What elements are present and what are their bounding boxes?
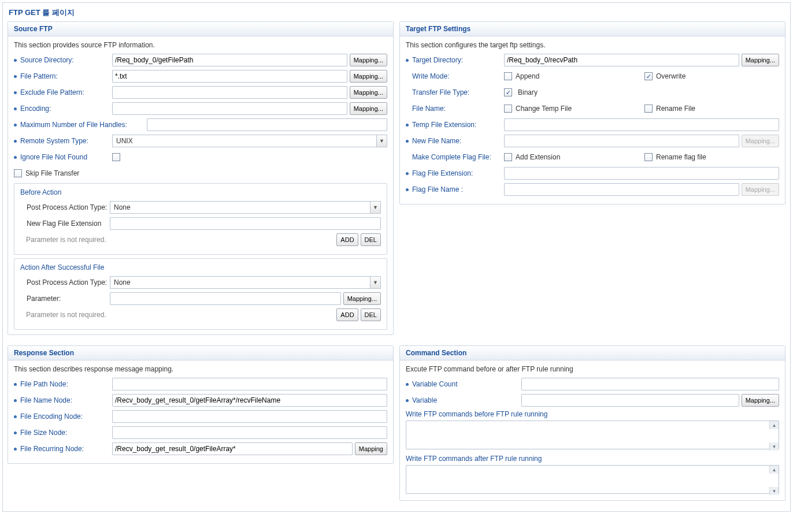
append-label: Append bbox=[516, 72, 539, 80]
max-handles-input[interactable] bbox=[147, 118, 387, 131]
response-title: Response Section bbox=[8, 346, 393, 360]
remote-system-type-select[interactable]: UNIX ▼ bbox=[112, 135, 387, 147]
top-columns: Source FTP This section provides source … bbox=[3, 21, 790, 345]
after-add-button[interactable]: ADD bbox=[336, 308, 358, 321]
file-name-node-input[interactable] bbox=[112, 394, 387, 407]
source-ftp-panel: Source FTP This section provides source … bbox=[8, 21, 394, 335]
bullet-icon bbox=[14, 91, 17, 94]
variable-mapping-button[interactable]: Mapping... bbox=[742, 394, 779, 407]
binary-checkbox[interactable]: ✓ bbox=[504, 88, 512, 96]
file-pattern-label: File Pattern: bbox=[20, 72, 58, 80]
before-postprocess-value: None bbox=[110, 202, 370, 213]
after-parameter-label: Parameter: bbox=[27, 295, 61, 303]
after-postprocess-value: None bbox=[110, 277, 370, 288]
change-temp-checkbox[interactable] bbox=[504, 105, 512, 113]
before-flag-ext-input[interactable] bbox=[110, 217, 381, 230]
bullet-icon bbox=[14, 156, 17, 159]
command-desc: Excute FTP command before or after FTP r… bbox=[406, 365, 779, 373]
after-param-note: Parameter is not required. bbox=[20, 311, 334, 319]
after-action-panel: Action After Successful File Post Proces… bbox=[14, 258, 387, 330]
bullet-icon bbox=[406, 59, 409, 62]
new-file-name-label: New File Name: bbox=[412, 137, 461, 145]
before-postprocess-select[interactable]: None ▼ bbox=[110, 201, 381, 214]
add-extension-label: Add Extension bbox=[516, 153, 560, 161]
overwrite-checkbox[interactable]: ✓ bbox=[644, 72, 653, 80]
variable-input[interactable] bbox=[521, 394, 739, 407]
max-handles-label: Maximum Number of File Handles: bbox=[20, 121, 127, 129]
command-panel: Command Section Excute FTP command befor… bbox=[399, 345, 785, 501]
chevron-down-icon: ▼ bbox=[370, 277, 380, 288]
after-parameter-input[interactable] bbox=[110, 292, 341, 305]
commands-after-textarea[interactable] bbox=[406, 465, 779, 494]
exclude-pattern-label: Exclude File Pattern: bbox=[20, 88, 84, 96]
variable-count-label: Variable Count bbox=[412, 380, 458, 388]
source-directory-label: Source Directory: bbox=[20, 56, 74, 64]
after-parameter-mapping-button[interactable]: Mapping... bbox=[343, 292, 381, 305]
flag-name-mapping-button: Mapping... bbox=[742, 183, 779, 196]
bullet-icon bbox=[14, 415, 17, 418]
commands-before-textarea[interactable] bbox=[406, 421, 779, 449]
bullet-icon bbox=[406, 399, 409, 402]
rename-file-label: Rename File bbox=[656, 105, 695, 113]
rename-file-checkbox[interactable] bbox=[644, 105, 653, 113]
bullet-icon bbox=[14, 399, 17, 402]
source-ftp-desc: This section provides source FTP informa… bbox=[14, 41, 387, 49]
add-extension-checkbox[interactable] bbox=[504, 153, 512, 161]
flag-name-label: Flag File Name : bbox=[412, 185, 463, 194]
target-ftp-panel: Target FTP Settings This section configu… bbox=[399, 21, 785, 204]
commands-before-label: Write FTP commands before FTP rule runni… bbox=[406, 410, 779, 418]
target-directory-mapping-button[interactable]: Mapping... bbox=[742, 54, 779, 66]
chevron-down-icon: ▼ bbox=[370, 202, 380, 213]
before-action-title: Before Action bbox=[20, 188, 381, 196]
ignore-not-found-checkbox[interactable] bbox=[112, 153, 120, 161]
file-recurring-node-input[interactable] bbox=[112, 442, 353, 455]
before-del-button[interactable]: DEL bbox=[361, 233, 381, 246]
source-directory-input[interactable] bbox=[112, 54, 347, 66]
file-pattern-input[interactable] bbox=[112, 70, 347, 83]
file-pattern-mapping-button[interactable]: Mapping... bbox=[350, 70, 387, 83]
file-name-node-label: File Name Node: bbox=[20, 396, 72, 404]
file-recurring-mapping-button[interactable]: Mapping bbox=[355, 442, 387, 455]
after-postprocess-select[interactable]: None ▼ bbox=[110, 276, 381, 289]
bullet-icon bbox=[406, 383, 409, 386]
skip-file-transfer-label: Skip File Transfer bbox=[25, 169, 79, 177]
new-file-name-mapping-button: Mapping... bbox=[742, 135, 779, 147]
temp-ext-input[interactable] bbox=[504, 118, 779, 131]
target-ftp-title: Target FTP Settings bbox=[400, 22, 785, 36]
append-checkbox[interactable] bbox=[504, 72, 512, 80]
exclude-pattern-input[interactable] bbox=[112, 86, 347, 99]
source-ftp-title: Source FTP bbox=[8, 22, 393, 36]
binary-label: Binary bbox=[518, 88, 538, 96]
after-postprocess-label: Post Process Action Type: bbox=[27, 278, 107, 287]
page-title: FTP GET 룰 페이지 bbox=[3, 3, 790, 21]
exclude-pattern-mapping-button[interactable]: Mapping... bbox=[350, 86, 387, 99]
rename-flag-label: Rename flag file bbox=[656, 153, 706, 161]
new-file-name-input[interactable] bbox=[504, 135, 739, 147]
variable-count-input[interactable] bbox=[521, 378, 779, 390]
encoding-mapping-button[interactable]: Mapping... bbox=[350, 102, 387, 115]
target-ftp-desc: This section configures the target ftp s… bbox=[406, 41, 779, 49]
source-directory-mapping-button[interactable]: Mapping... bbox=[350, 54, 387, 66]
bullet-icon bbox=[14, 383, 17, 386]
overwrite-label: Overwrite bbox=[656, 72, 685, 80]
target-directory-input[interactable] bbox=[504, 54, 739, 66]
rename-flag-checkbox[interactable] bbox=[644, 153, 653, 161]
command-title: Command Section bbox=[400, 346, 785, 360]
file-encoding-node-input[interactable] bbox=[112, 410, 387, 423]
after-del-button[interactable]: DEL bbox=[361, 308, 381, 321]
bullet-icon bbox=[14, 124, 17, 127]
variable-label: Variable bbox=[412, 396, 437, 404]
file-size-node-input[interactable] bbox=[112, 426, 387, 439]
file-path-node-input[interactable] bbox=[112, 378, 387, 390]
flag-name-input[interactable] bbox=[504, 183, 739, 196]
before-add-button[interactable]: ADD bbox=[336, 233, 358, 246]
file-recurring-node-label: File Recurring Node: bbox=[20, 445, 84, 453]
encoding-input[interactable] bbox=[112, 102, 347, 115]
response-desc: This section describes response message … bbox=[14, 365, 387, 373]
bullet-icon bbox=[14, 431, 17, 434]
commands-after-label: Write FTP commands after FTP rule runnin… bbox=[406, 455, 779, 463]
bullet-icon bbox=[14, 107, 17, 110]
skip-file-transfer-checkbox[interactable] bbox=[14, 169, 22, 177]
flag-ext-input[interactable] bbox=[504, 167, 779, 180]
before-postprocess-label: Post Process Action Type: bbox=[27, 203, 107, 211]
